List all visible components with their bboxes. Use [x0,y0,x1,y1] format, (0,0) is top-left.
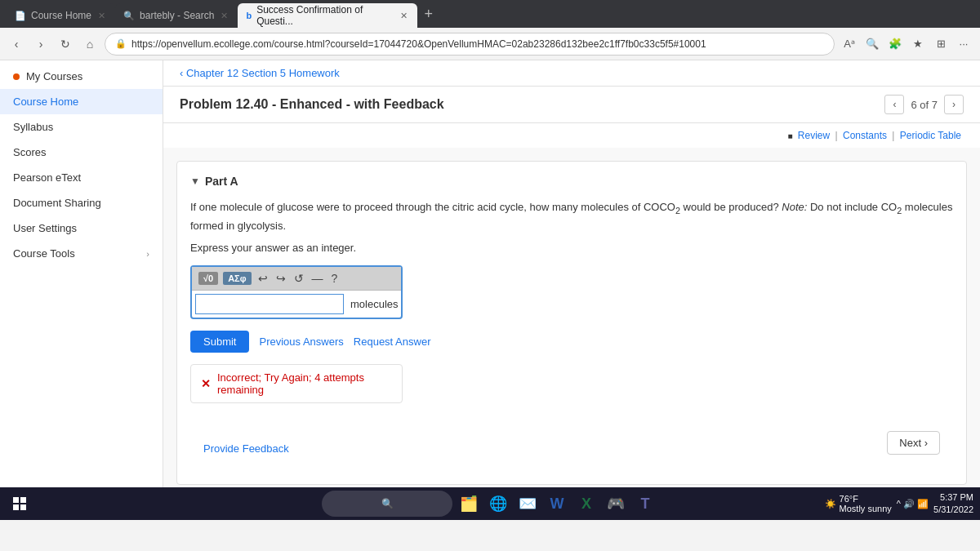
breadcrumb[interactable]: ‹ Chapter 12 Section 5 Homework [163,60,980,87]
svg-rect-1 [20,497,26,503]
home-button[interactable]: ⌂ [80,34,100,54]
tab-course-home[interactable]: 📄 Course Home ✕ [7,3,115,28]
tab-close-course-home[interactable]: ✕ [96,9,107,23]
question-text: If one molecule of glucose were to proce… [190,199,953,235]
review-link[interactable]: Review [798,130,830,141]
taskbar-center: 🔍 🗂️ 🌐 ✉️ W X 🎮 T [322,491,658,517]
refresh-button[interactable]: ↻ [56,34,75,54]
feedback-box: ✕ Incorrect; Try Again; 4 attempts remai… [190,364,403,403]
action-buttons-row: Submit Previous Answers Request Answer [190,331,953,353]
taskbar-excel[interactable]: X [573,491,599,517]
help-btn[interactable]: ? [330,270,340,287]
review-icon: ■ [787,131,792,140]
tab-close-active[interactable]: ✕ [399,9,409,23]
svg-rect-2 [13,504,19,510]
weather-icon: ☀️ [825,499,836,509]
sidebar-item-pearson-etext[interactable]: Pearson eText [0,165,163,190]
sidebar-item-course-tools[interactable]: Course Tools › [0,241,163,266]
taskbar-teams[interactable]: T [632,491,658,517]
instruction-text: Express your answer as an integer. [190,242,953,254]
prev-problem-button[interactable]: ‹ [884,95,904,114]
tab-icon-bartleby: 🔍 [123,11,135,21]
search-web-button[interactable]: 🔍 [862,34,882,54]
answer-toolbar: √0 ΑΣφ ↩ ↪ ↺ — ? [192,267,401,291]
dash-btn[interactable]: — [310,270,325,287]
provide-feedback-link[interactable]: Provide Feedback [203,442,289,455]
sidebar-label-course-home: Course Home [13,96,78,108]
answer-input[interactable] [195,294,344,314]
taskbar-search-button[interactable]: 🔍 [322,491,452,517]
problem-header: Problem 12.40 - Enhanced - with Feedback… [163,87,980,123]
next-problem-button[interactable]: › [944,95,964,114]
favorites-button[interactable]: ★ [908,34,928,54]
taskbar: 🔍 🗂️ 🌐 ✉️ W X 🎮 T ☀️ 76°F Mostly sunny [0,487,980,520]
weather-condition: Mostly sunny [840,504,892,513]
sidebar-label-document-sharing: Document Sharing [13,197,101,209]
sidebar-label-course-tools: Course Tools [13,247,75,260]
tab-label-active: Success Confirmation of Questi... [256,4,394,27]
taskbar-app1[interactable]: 🎮 [603,491,629,517]
part-a-section: ▼ Part A If one molecule of glucose were… [176,161,967,485]
tab-icon-course-home: 📄 [15,11,26,21]
sidebar-label-scores: Scores [13,146,46,158]
svg-rect-3 [20,504,26,510]
sidebar-item-course-home[interactable]: Course Home [0,89,163,114]
search-icon: 🔍 [381,498,394,509]
next-button[interactable]: Next › [887,431,940,455]
taskbar-file-explorer[interactable]: 🗂️ [456,491,482,517]
my-courses-label: My Courses [26,70,82,82]
symbol-btn[interactable]: ΑΣφ [223,272,251,285]
sidebar-item-syllabus[interactable]: Syllabus [0,114,163,140]
math-btn[interactable]: √0 [198,272,218,285]
previous-answers-link[interactable]: Previous Answers [259,335,343,348]
read-aloud-button[interactable]: Aᵃ [840,34,859,54]
sidebar-item-user-settings[interactable]: User Settings [0,216,163,241]
tab-close-bartleby[interactable]: ✕ [219,9,229,23]
extensions-button[interactable]: 🧩 [885,34,905,54]
taskbar-time: 5:37 PM [933,491,973,504]
sidebar-item-my-courses[interactable]: My Courses [0,64,163,89]
resources-row: ■ Review | Constants | Periodic Table [163,123,980,148]
weather-temp: 76°F [840,494,892,504]
more-button[interactable]: ··· [954,34,973,54]
new-tab-button[interactable]: + [417,6,439,23]
refresh-answer-btn[interactable]: ↺ [292,270,305,287]
answer-box: √0 ΑΣφ ↩ ↪ ↺ — ? molecules [190,265,403,319]
taskbar-edge-browser[interactable]: 🌐 [485,491,511,517]
tab-bar: 📄 Course Home ✕ 🔍 bartebly - Search ✕ b … [0,0,980,28]
address-bar[interactable]: 🔒 https://openvellum.ecollege.com/course… [105,33,835,56]
start-button[interactable] [7,491,33,517]
separator1: | [835,130,838,141]
submit-button[interactable]: Submit [190,331,249,353]
feedback-error-icon: ✕ [201,377,211,390]
tab-label-bartleby: bartebly - Search [140,10,214,21]
sidebar-label-syllabus: Syllabus [13,121,53,133]
tab-bartleby[interactable]: 🔍 bartebly - Search ✕ [115,3,238,28]
problem-nav: ‹ 6 of 7 › [884,95,964,114]
sidebar-label-pearson-etext: Pearson eText [13,171,81,184]
taskbar-mail[interactable]: ✉️ [514,491,541,517]
taskbar-date: 5/31/2022 [933,504,973,516]
back-button[interactable]: ‹ [7,34,26,54]
weather-block: ☀️ 76°F Mostly sunny [825,494,892,513]
answer-unit: molecules [344,295,405,313]
tab-active[interactable]: b Success Confirmation of Questi... ✕ [238,3,417,28]
forward-button[interactable]: › [31,34,51,54]
request-answer-link[interactable]: Request Answer [354,335,431,348]
my-courses-dot [13,73,20,80]
taskbar-word[interactable]: W [544,491,570,517]
sidebar: My Courses Course Home Syllabus Scores P… [0,60,163,487]
separator2: | [892,130,894,141]
redo-btn[interactable]: ↪ [274,270,287,287]
feedback-text: Incorrect; Try Again; 4 attempts remaini… [217,371,392,396]
sidebar-item-scores[interactable]: Scores [0,140,163,165]
sidebar-item-document-sharing[interactable]: Document Sharing [0,190,163,216]
collections-button[interactable]: ⊞ [931,34,951,54]
sidebar-label-user-settings: User Settings [13,222,77,234]
browser-toolbar-icons: Aᵃ 🔍 🧩 ★ ⊞ ··· [840,34,973,54]
taskbar-left [7,491,33,517]
constants-link[interactable]: Constants [843,130,887,141]
undo-btn[interactable]: ↩ [256,270,270,287]
periodic-table-link[interactable]: Periodic Table [900,130,961,141]
tab-label-course-home: Course Home [31,10,91,21]
